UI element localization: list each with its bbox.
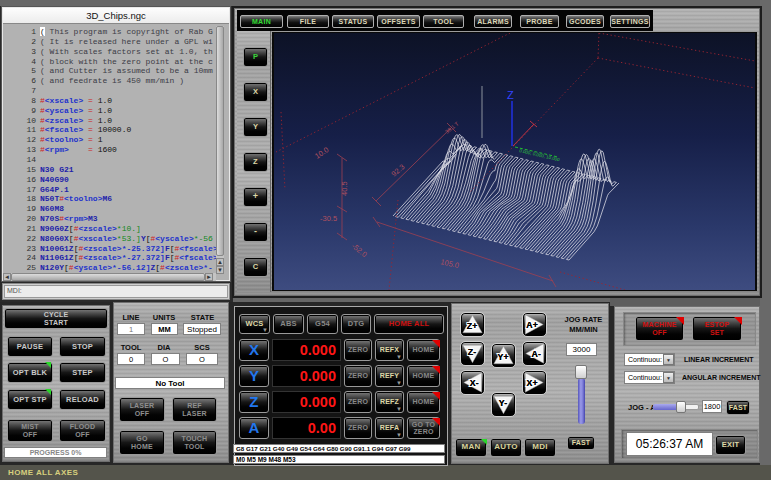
svg-text:Z: Z — [507, 89, 514, 101]
svg-text:Z+: Z+ — [467, 321, 478, 331]
svg-text:92.3: 92.3 — [390, 162, 407, 178]
svg-text:105.0: 105.0 — [440, 257, 460, 270]
svg-text:Z-: Z- — [468, 347, 477, 357]
svg-text:X-: X- — [470, 378, 479, 388]
svg-text:40.5: 40.5 — [340, 181, 349, 196]
svg-text:38.1 T: 38.1 T — [444, 120, 460, 135]
svg-text:X+: X+ — [527, 378, 538, 388]
svg-text:10.0: 10.0 — [313, 145, 330, 161]
svg-text:-52.0: -52.0 — [350, 241, 369, 259]
svg-text:A+: A+ — [526, 320, 538, 330]
svg-text:-30.5: -30.5 — [320, 214, 337, 223]
svg-text:Y+: Y+ — [497, 352, 508, 362]
svg-text:A-: A- — [532, 349, 542, 359]
svg-text:Y-: Y- — [499, 398, 508, 408]
